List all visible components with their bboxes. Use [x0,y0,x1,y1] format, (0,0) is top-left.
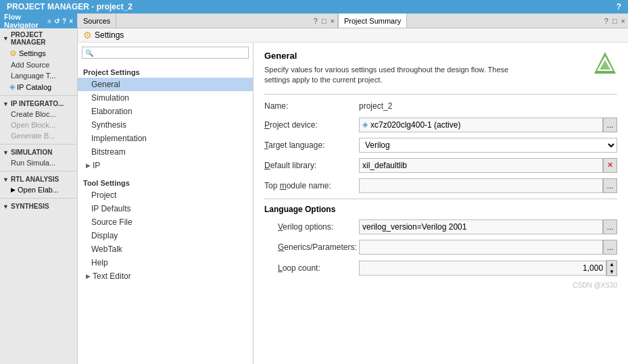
nav-section-header-synth[interactable]: ▼ SYNTHESIS [0,201,77,211]
loop-count-down[interactable]: ▼ [607,268,617,276]
nav-item-bitstream[interactable]: Bitstream [78,145,253,159]
top-module-btn[interactable]: ... [603,178,617,193]
loop-count-field: ▲ ▼ [359,260,617,276]
text-editor-label: Text Editor [93,271,131,281]
tab-sources[interactable]: Sources [78,14,116,28]
pm-arrow: ▼ [3,35,9,42]
nav-icon-1[interactable]: ≡ [47,18,51,25]
nav-icon-3[interactable]: ? [62,18,66,25]
loop-count-spinner: ▲ ▼ [606,260,617,276]
synth-arrow: ▼ [3,203,9,210]
form-row-generics: Generics/Parameters: ... [264,240,617,255]
target-language-select-wrapper[interactable]: Verilog VHDL [359,138,617,153]
top-module-field: ... [359,178,617,193]
nav-item-implementation[interactable]: Implementation [78,132,253,145]
nav-item-simulation[interactable]: Simulation [78,91,253,105]
ip-label: IP INTEGRATO... [11,100,64,107]
settings-nav: 🔍 Project Settings General Simulation El… [78,43,253,364]
open-elab-label: Open Elab... [18,186,59,194]
watermark: CSDN @XS30 [264,282,617,289]
sidebar-item-settings[interactable]: ⚙ Settings [0,47,77,59]
divider1 [264,94,617,95]
nav-section-header-ip[interactable]: ▼ IP INTEGRATO... [0,99,77,109]
generics-btn[interactable]: ... [603,240,617,255]
summary-close-icon[interactable]: × [621,17,625,25]
sources-help-icon[interactable]: ? [314,17,318,25]
sources-close-icon[interactable]: × [331,17,335,25]
general-title: General [264,51,617,61]
nav-section-header-pm[interactable]: ▼ PROJECT MANAGER [0,30,77,47]
summary-help-icon[interactable]: ? [604,17,608,25]
settings-tab-icon: ⚙ [83,30,92,41]
nav-icon-4[interactable]: × [69,18,73,25]
nav-section-header-rtl[interactable]: ▼ RTL ANALYSIS [0,174,77,184]
sidebar-item-language[interactable]: Language T... [0,70,77,81]
elab-arrow-icon: ▶ [11,186,16,193]
nav-item-general[interactable]: General [78,78,253,91]
project-summary-label: Project Summary [344,17,401,25]
center-panel: Sources ? □ × Project Summary ? □ × ⚙ Se… [78,14,628,364]
nav-item-project[interactable]: Project [78,188,253,202]
search-input[interactable] [95,49,245,57]
tab-project-summary[interactable]: Project Summary [339,14,407,28]
summary-restore-icon[interactable]: □ [612,17,617,25]
nav-item-text-editor[interactable]: ▶ Text Editor [78,269,253,283]
nav-item-help[interactable]: Help [78,256,253,269]
sidebar-item-open-elab[interactable]: ▶ Open Elab... [0,184,77,195]
nav-item-ip-defaults[interactable]: IP Defaults [78,202,253,215]
text-editor-arrow: ▶ [86,273,91,280]
project-device-field: ◈ xc7z020clg400-1 (active) ... [359,118,617,132]
settings-tab-header: ⚙ Settings [78,28,628,43]
form-row-name: Name: project_2 [264,100,617,112]
sources-restore-icon[interactable]: □ [322,17,327,25]
sidebar-item-open-block: Open Block... [0,120,77,130]
form-row-top-module: Top module name: ... [264,178,617,193]
nav-item-display[interactable]: Display [78,229,253,242]
form-row-project-device: Project device: ◈ xc7z020clg400-1 (activ… [264,118,617,132]
summary-tab-actions: ? □ × [602,14,628,28]
generics-field: ... [359,240,617,255]
nav-section-header-sim[interactable]: ▼ SIMULATION [0,147,77,157]
nav-item-webtalk[interactable]: WebTalk [78,242,253,256]
nav-item-elaboration[interactable]: Elaboration [78,105,253,118]
synth-label: SYNTHESIS [11,203,49,210]
nav-icon-2[interactable]: ↺ [54,18,59,25]
loop-count-up[interactable]: ▲ [607,261,617,268]
sidebar-item-generate-b: Generate B... [0,130,77,141]
sidebar-item-add-source[interactable]: Add Source [0,59,77,70]
default-library-field: ✕ [359,158,617,173]
flow-nav-content: ▼ PROJECT MANAGER ⚙ Settings Add Source … [0,28,77,364]
ip-icon: ◈ [9,82,15,91]
name-label: Name: [264,101,359,111]
ip-catalog-label: IP Catalog [17,83,51,91]
xilinx-logo [593,51,617,77]
sidebar-item-run-sim[interactable]: Run Simula... [0,157,77,168]
verilog-options-input[interactable] [359,219,603,234]
nav-item-source-file[interactable]: Source File [78,215,253,229]
form-row-verilog-options: Verilog options: ... [264,219,617,234]
generics-input[interactable] [359,240,603,255]
top-module-input[interactable] [359,178,603,193]
nav-item-ip[interactable]: ▶ IP [78,159,253,172]
loop-count-label: Loop count: [264,263,359,273]
nav-item-synthesis[interactable]: Synthesis [78,118,253,132]
device-icon: ◈ [362,120,368,129]
sidebar-item-create-block[interactable]: Create Bloc... [0,109,77,120]
verilog-options-btn[interactable]: ... [603,219,617,234]
default-library-label: Default library: [264,161,359,170]
default-library-clear-btn[interactable]: ✕ [603,158,617,173]
project-manager-header: PROJECT MANAGER - project_2 ? [0,0,628,14]
default-library-input[interactable] [359,158,603,173]
project-device-btn[interactable]: ... [603,118,617,132]
target-language-select[interactable]: Verilog VHDL [360,138,617,152]
project-device-value: xc7z020clg400-1 (active) [370,120,460,130]
loop-count-input[interactable] [359,261,606,276]
settings-label: Settings [19,49,46,57]
ip-arrow: ▼ [3,101,9,107]
nav-section-rtl: ▼ RTL ANALYSIS ▶ Open Elab... [0,173,77,197]
search-box[interactable]: 🔍 [82,47,249,59]
target-language-label: Target language: [264,140,359,150]
sidebar-item-ip-catalog[interactable]: ◈ IP Catalog [0,81,77,93]
form-row-loop-count: Loop count: ▲ ▼ [264,260,617,276]
settings-right-panel: General Specify values for various setti… [253,43,628,364]
